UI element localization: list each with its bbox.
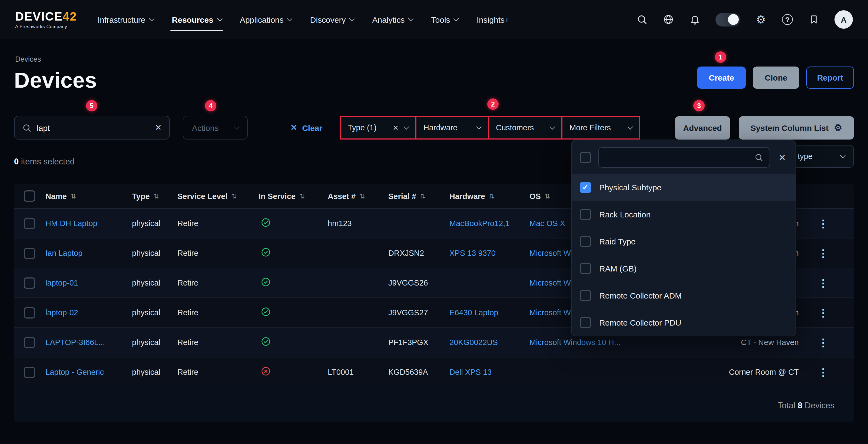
create-button[interactable]: Create xyxy=(697,66,746,89)
breadcrumb[interactable]: Devices xyxy=(15,55,41,63)
column-header-serial[interactable]: Serial #⇅ xyxy=(387,192,448,200)
column-header-type[interactable]: Type⇅ xyxy=(131,192,176,200)
column-header-hardware[interactable]: Hardware⇅ xyxy=(448,192,528,200)
hardware-link[interactable]: E6430 Laptop xyxy=(448,308,528,317)
search-icon[interactable] xyxy=(636,13,648,25)
device-name-link[interactable]: Laptop - Generic xyxy=(44,368,131,376)
row-checkbox[interactable] xyxy=(24,307,35,318)
actions-dropdown[interactable]: Actions xyxy=(183,116,248,139)
in-service-cell xyxy=(257,217,327,229)
report-button[interactable]: Report xyxy=(806,66,854,89)
row-menu-button[interactable]: ⋮ xyxy=(818,217,828,229)
hardware-link[interactable]: MacBookPro12,1 xyxy=(448,219,528,228)
row-checkbox[interactable] xyxy=(24,247,35,259)
globe-icon[interactable] xyxy=(662,13,674,25)
clear-filter-icon[interactable]: ✕ xyxy=(393,124,399,132)
row-menu-cell: ⋮ xyxy=(800,217,845,229)
os-link[interactable]: Microsoft Windows 10 H... xyxy=(528,338,651,347)
row-checkbox[interactable] xyxy=(24,337,35,348)
column-header-label: OS xyxy=(529,192,541,200)
nav-item-tools[interactable]: Tools xyxy=(431,0,458,39)
row-menu-button[interactable]: ⋮ xyxy=(818,366,828,378)
device-search-input[interactable] xyxy=(37,123,150,132)
gear-icon: ⚙ xyxy=(834,123,842,132)
checkbox-unchecked[interactable] xyxy=(580,209,591,220)
clear-filters-button[interactable]: ✕ Clear xyxy=(290,116,322,139)
filter-option-physical-subtype[interactable]: Physical Subtype xyxy=(571,173,796,201)
device-name-link[interactable]: HM DH Laptop xyxy=(44,219,131,228)
nav-item-analytics[interactable]: Analytics xyxy=(372,0,413,39)
user-avatar[interactable]: A xyxy=(834,10,853,29)
filter-option-raid-type[interactable]: Raid Type xyxy=(571,228,796,255)
hardware-link[interactable]: 20KG0022US xyxy=(448,338,528,347)
sort-icon[interactable]: ⇅ xyxy=(299,192,305,200)
device-search-box[interactable]: ✕ xyxy=(14,116,170,139)
column-header-asset[interactable]: Asset #⇅ xyxy=(327,192,387,200)
filter-dropdown-customers[interactable]: Customers xyxy=(488,116,562,139)
panel-search-box[interactable] xyxy=(598,147,770,168)
select-all-checkbox[interactable] xyxy=(24,190,35,202)
nav-item-infrastructure[interactable]: Infrastructure xyxy=(98,0,154,39)
row-checkbox[interactable] xyxy=(24,277,35,288)
device-name-link[interactable]: laptop-01 xyxy=(44,279,131,287)
chevron-down-icon xyxy=(454,16,459,21)
sort-icon[interactable]: ⇅ xyxy=(70,192,76,200)
row-menu-button[interactable]: ⋮ xyxy=(818,247,828,259)
filter-option-rack-location[interactable]: Rack Location xyxy=(571,201,796,228)
sort-icon[interactable]: ⇅ xyxy=(154,192,159,200)
row-menu-button[interactable]: ⋮ xyxy=(818,277,828,289)
row-menu-button[interactable]: ⋮ xyxy=(818,336,828,349)
checkbox-unchecked[interactable] xyxy=(580,317,591,328)
hardware-link[interactable]: Dell XPS 13 xyxy=(448,368,528,376)
filter-option-label: RAM (GB) xyxy=(599,264,637,273)
bookmark-icon[interactable] xyxy=(808,13,820,25)
device-name-link[interactable]: LAPTOP-3I66L... xyxy=(44,338,131,347)
hardware-link[interactable]: XPS 13 9370 xyxy=(448,249,528,257)
column-header-service-level[interactable]: Service Level⇅ xyxy=(176,192,257,200)
row-checkbox[interactable] xyxy=(24,367,35,378)
panel-select-all-checkbox[interactable] xyxy=(580,152,591,163)
filter-dropdown-more-filters[interactable]: More Filters xyxy=(561,116,640,139)
filter-dropdown-type-1[interactable]: Type (1)✕ xyxy=(340,116,416,139)
filter-option-remote-collector-pdu[interactable]: Remote Collector PDU xyxy=(571,309,796,336)
row-menu-button[interactable]: ⋮ xyxy=(818,306,828,319)
filter-group: Type (1)✕HardwareCustomersMore Filters xyxy=(340,116,640,139)
system-column-list-button[interactable]: System Column List ⚙ xyxy=(739,116,854,139)
row-checkbox[interactable] xyxy=(24,218,35,229)
settings-gear-icon[interactable]: ⚙ xyxy=(755,13,767,25)
nav-item-discovery[interactable]: Discovery xyxy=(310,0,354,39)
advanced-button[interactable]: Advanced xyxy=(675,116,730,139)
help-icon[interactable]: ? xyxy=(781,13,794,25)
notifications-bell-icon[interactable] xyxy=(689,13,701,25)
filter-dropdown-controls xyxy=(628,127,632,128)
service-level-cell: Retire xyxy=(176,368,257,376)
sort-icon[interactable]: ⇅ xyxy=(420,192,425,200)
service-level-cell: Retire xyxy=(176,338,257,347)
filter-dropdown-controls: ✕ xyxy=(393,124,408,132)
sort-icon[interactable]: ⇅ xyxy=(360,192,365,200)
theme-toggle[interactable] xyxy=(715,13,740,26)
filter-dropdown-hardware[interactable]: Hardware xyxy=(415,116,489,139)
checkbox-unchecked[interactable] xyxy=(580,262,591,274)
nav-item-applications[interactable]: Applications xyxy=(240,0,292,39)
row-checkbox-cell xyxy=(14,277,44,288)
brand-logo[interactable]: DEVICE42 A Freshworks Company xyxy=(15,10,77,29)
clear-search-icon[interactable]: ✕ xyxy=(155,123,162,132)
filter-option-ram-gb[interactable]: RAM (GB) xyxy=(571,255,796,282)
filter-option-remote-collector-adm[interactable]: Remote Collector ADM xyxy=(571,282,796,309)
column-header-in-service[interactable]: In Service⇅ xyxy=(257,192,327,200)
column-header-name[interactable]: Name⇅ xyxy=(44,192,131,200)
close-icon[interactable]: ✕ xyxy=(777,152,787,162)
sort-icon[interactable]: ⇅ xyxy=(231,192,237,200)
sort-icon[interactable]: ⇅ xyxy=(545,192,550,200)
checkbox-checked[interactable] xyxy=(580,182,591,193)
checkbox-unchecked[interactable] xyxy=(580,235,591,247)
nav-item-resources[interactable]: Resources xyxy=(172,0,221,39)
sort-icon[interactable]: ⇅ xyxy=(489,192,494,200)
device-name-link[interactable]: laptop-02 xyxy=(44,308,131,317)
panel-search-input[interactable] xyxy=(605,153,750,162)
nav-item-insights[interactable]: Insights+ xyxy=(477,0,509,39)
checkbox-unchecked[interactable] xyxy=(580,290,591,301)
clone-button[interactable]: Clone xyxy=(753,66,799,89)
device-name-link[interactable]: Ian Laptop xyxy=(44,249,131,257)
